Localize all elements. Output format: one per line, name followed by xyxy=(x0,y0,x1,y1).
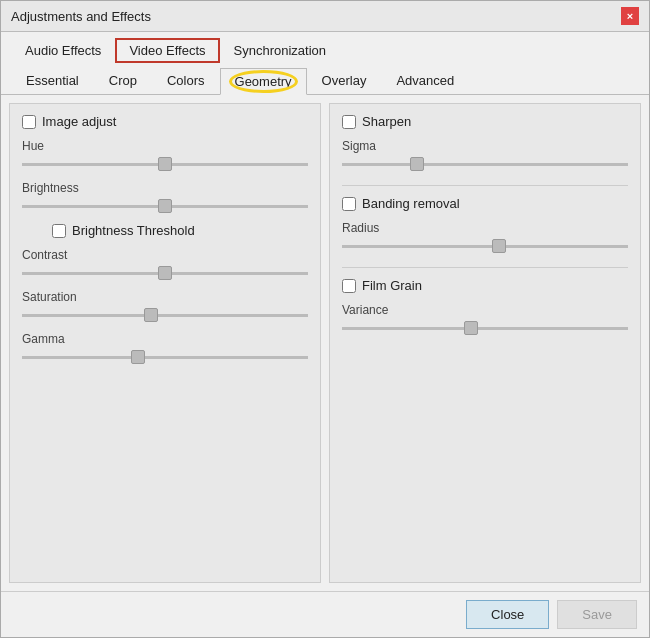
gamma-row: Gamma xyxy=(22,332,308,366)
close-button[interactable]: × xyxy=(621,7,639,25)
image-adjust-label: Image adjust xyxy=(42,114,116,129)
variance-slider-container xyxy=(342,319,628,337)
tab-advanced[interactable]: Advanced xyxy=(381,67,469,94)
film-grain-checkbox[interactable] xyxy=(342,279,356,293)
film-grain-row: Film Grain xyxy=(342,278,628,293)
tab-crop[interactable]: Crop xyxy=(94,67,152,94)
sharpen-label: Sharpen xyxy=(362,114,411,129)
tab-essential[interactable]: Essential xyxy=(11,67,94,94)
saturation-row: Saturation xyxy=(22,290,308,324)
left-panel: Image adjust Hue Brightness Brightness T… xyxy=(9,103,321,583)
divider-1 xyxy=(342,185,628,186)
radius-slider[interactable] xyxy=(342,245,628,248)
sharpen-row: Sharpen xyxy=(342,114,628,129)
sigma-row: Sigma xyxy=(342,139,628,173)
tab-colors[interactable]: Colors xyxy=(152,67,220,94)
radius-label: Radius xyxy=(342,221,628,235)
close-dialog-button[interactable]: Close xyxy=(466,600,549,629)
dialog-title: Adjustments and Effects xyxy=(11,9,151,24)
saturation-label: Saturation xyxy=(22,290,308,304)
brightness-label: Brightness xyxy=(22,181,308,195)
sigma-label: Sigma xyxy=(342,139,628,153)
variance-label: Variance xyxy=(342,303,628,317)
geometry-highlight: Geometry xyxy=(235,74,292,89)
contrast-slider[interactable] xyxy=(22,272,308,275)
film-grain-label: Film Grain xyxy=(362,278,422,293)
footer: Close Save xyxy=(1,591,649,637)
top-tabs-row: Audio Effects Video Effects Synchronizat… xyxy=(1,32,649,63)
sub-tabs-row: Essential Crop Colors Geometry Overlay A… xyxy=(1,67,649,95)
tab-video-effects[interactable]: Video Effects xyxy=(115,38,219,63)
saturation-slider[interactable] xyxy=(22,314,308,317)
banding-removal-row: Banding removal xyxy=(342,196,628,211)
brightness-slider-container xyxy=(22,197,308,215)
gamma-slider-container xyxy=(22,348,308,366)
banding-removal-label: Banding removal xyxy=(362,196,460,211)
hue-row: Hue xyxy=(22,139,308,173)
dialog: Adjustments and Effects × Audio Effects … xyxy=(0,0,650,638)
tab-overlay[interactable]: Overlay xyxy=(307,67,382,94)
contrast-row: Contrast xyxy=(22,248,308,282)
variance-row: Variance xyxy=(342,303,628,337)
hue-slider[interactable] xyxy=(22,163,308,166)
save-button[interactable]: Save xyxy=(557,600,637,629)
banding-removal-checkbox[interactable] xyxy=(342,197,356,211)
sigma-slider[interactable] xyxy=(342,163,628,166)
sharpen-checkbox[interactable] xyxy=(342,115,356,129)
tab-audio-effects[interactable]: Audio Effects xyxy=(11,38,115,63)
brightness-threshold-row: Brightness Threshold xyxy=(52,223,308,238)
divider-2 xyxy=(342,267,628,268)
sigma-slider-container xyxy=(342,155,628,173)
hue-label: Hue xyxy=(22,139,308,153)
gamma-label: Gamma xyxy=(22,332,308,346)
saturation-slider-container xyxy=(22,306,308,324)
image-adjust-row: Image adjust xyxy=(22,114,308,129)
right-panel: Sharpen Sigma Banding removal Radius xyxy=(329,103,641,583)
contrast-slider-container xyxy=(22,264,308,282)
hue-slider-container xyxy=(22,155,308,173)
gamma-slider[interactable] xyxy=(22,356,308,359)
main-content: Image adjust Hue Brightness Brightness T… xyxy=(1,95,649,591)
brightness-threshold-checkbox[interactable] xyxy=(52,224,66,238)
contrast-label: Contrast xyxy=(22,248,308,262)
tab-geometry[interactable]: Geometry xyxy=(220,68,307,95)
tab-synchronization[interactable]: Synchronization xyxy=(220,38,341,63)
title-bar: Adjustments and Effects × xyxy=(1,1,649,32)
brightness-slider[interactable] xyxy=(22,205,308,208)
radius-slider-container xyxy=(342,237,628,255)
brightness-threshold-label: Brightness Threshold xyxy=(72,223,195,238)
variance-slider[interactable] xyxy=(342,327,628,330)
image-adjust-checkbox[interactable] xyxy=(22,115,36,129)
brightness-row: Brightness xyxy=(22,181,308,215)
radius-row: Radius xyxy=(342,221,628,255)
